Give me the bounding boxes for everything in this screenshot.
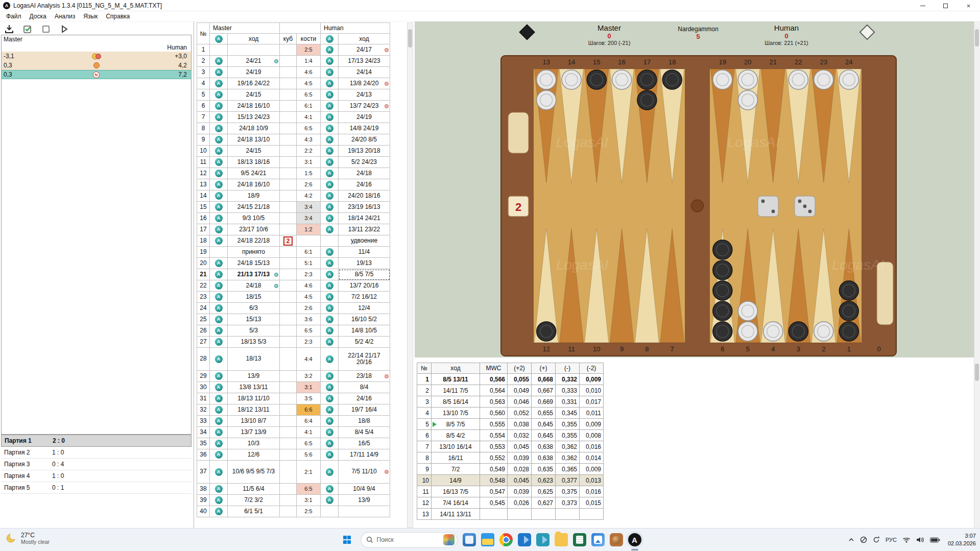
move-row[interactable]: 40А6/1 5/12:5 [197, 506, 390, 517]
analysis-move[interactable]: 14/9 [432, 475, 480, 486]
move-row[interactable]: 5А24/156:5А24/13 [197, 89, 390, 101]
move-row[interactable]: 8А24/18 10/96:5А14/8 24/19 [197, 123, 390, 134]
analysis-icon[interactable]: А [215, 406, 223, 414]
move-row[interactable]: 23А18/154:5А7/2 16/12 [197, 292, 390, 303]
master-move[interactable]: 15/13 [228, 314, 280, 325]
analysis-row[interactable]: 214/11 7/50,5640,0490,6670,3330,010 [417, 385, 604, 396]
checker-white[interactable] [612, 70, 632, 89]
analysis-row[interactable]: 413/10 7/50,5600,0520,6550,3450,011 [417, 408, 604, 419]
checker-black[interactable] [839, 281, 858, 300]
analysis-icon[interactable]: А [326, 384, 333, 391]
master-move[interactable]: 18/13 [228, 348, 280, 371]
master-move[interactable]: 24/19 [228, 67, 280, 78]
game-icon[interactable] [610, 533, 623, 546]
checker-black[interactable] [713, 240, 732, 259]
human-move[interactable]: 8/4 5/4 [339, 427, 390, 438]
human-move[interactable]: 8/5 7/5 [339, 269, 390, 280]
master-move[interactable]: 24/18 13/10 [228, 134, 280, 146]
master-move[interactable]: принято [228, 247, 280, 258]
analysis-row[interactable]: 816/110,5520,0390,6380,3620,014 [417, 452, 604, 464]
analysis-row[interactable]: 38/5 16/140,5630,0460,6690,3310,017 [417, 396, 604, 408]
master-move[interactable]: 24/18 22/18 [228, 235, 280, 247]
checker-black[interactable] [637, 90, 657, 110]
move-row[interactable]: 14А18/94:2А24/20 18/16 [197, 190, 390, 202]
human-move[interactable]: 24/14 [339, 67, 390, 78]
chrome-icon[interactable] [499, 533, 513, 546]
analysis-icon[interactable]: А [326, 68, 333, 76]
analysis-icon[interactable]: А [326, 355, 333, 363]
analysis-icon[interactable]: А [215, 91, 223, 99]
human-move[interactable]: 24/18 [339, 168, 390, 179]
move-row[interactable]: 28А18/134:4А22/14 21/17 20/16 [197, 348, 390, 371]
move-row[interactable]: 21А21/13 17/132:3А8/5 7/5 [197, 269, 390, 280]
move-row[interactable]: 19принято6:1А11/4 [197, 247, 390, 258]
analysis-icon[interactable]: А [326, 282, 333, 290]
master-move[interactable]: 7/2 3/2 [228, 495, 280, 506]
human-move[interactable]: 19/13 20/18 [339, 146, 390, 157]
analysis-icon[interactable]: А [215, 355, 223, 363]
analysis-icon[interactable]: А [215, 203, 223, 211]
move-row[interactable]: 17А23/17 10/61:2А13/11 23/22 [197, 224, 390, 235]
human-move[interactable]: 14/8 10/5 [339, 325, 390, 337]
master-move[interactable]: 5/3 [228, 325, 280, 337]
move-row[interactable]: 29А13/93:2А23/18 [197, 371, 390, 382]
move-row[interactable]: 32А18/12 13/116:6А19/7 16/4 [197, 404, 390, 416]
hidden-icons-chevron-icon[interactable] [848, 537, 854, 542]
analysis-move[interactable]: 8/5 4/2 [432, 430, 480, 441]
analysis-icon[interactable]: А [326, 372, 333, 380]
analysis-icon[interactable]: А [326, 428, 333, 436]
excel-icon[interactable] [573, 533, 586, 546]
analysis-row[interactable]: 97/20,5490,0280,6350,3650,009 [417, 464, 604, 475]
master-move[interactable]: 13/8 13/11 [228, 382, 280, 393]
move-row[interactable]: 38А11/5 6/46:5А10/4 9/4 [197, 484, 390, 495]
analysis-icon[interactable]: А [215, 508, 223, 515]
vscode-insiders-icon[interactable] [536, 533, 549, 546]
master-move[interactable]: 24/15 [228, 89, 280, 101]
master-move[interactable]: 18/13 11/10 [228, 393, 280, 404]
analysis-icon[interactable]: А [215, 214, 223, 222]
analyze-button[interactable] [20, 23, 35, 35]
human-move[interactable]: 18/8 [339, 416, 390, 427]
human-move[interactable]: 5/2 4/2 [339, 337, 390, 348]
move-row[interactable]: 11А18/13 18/163:1А5/2 24/23 [197, 157, 390, 168]
move-row[interactable]: 13А24/18 16/102:6А24/16 [197, 179, 390, 190]
human-move[interactable]: 24/16 [339, 393, 390, 404]
minimize-button[interactable] [911, 0, 934, 11]
move-row[interactable]: 31А18/13 11/103:5А24/16 [197, 393, 390, 404]
human-move[interactable]: 14/8 24/19 [339, 123, 390, 134]
analysis-icon[interactable]: А [215, 293, 223, 301]
analysis-icon[interactable]: А [215, 102, 223, 110]
master-move[interactable]: 24/18 15/13 [228, 258, 280, 269]
checker-black[interactable] [839, 322, 858, 341]
human-move[interactable]: 17/11 14/9 [339, 449, 390, 461]
right-scrollbar[interactable] [974, 21, 980, 528]
clock[interactable]: 3:07 02.03.2026 [948, 532, 976, 547]
analysis-icon[interactable]: А [215, 395, 223, 402]
analysis-icon[interactable]: А [326, 485, 333, 493]
checker-white[interactable] [738, 301, 757, 321]
analysis-icon[interactable]: А [326, 170, 333, 177]
checker-white[interactable] [537, 90, 556, 110]
analysis-icon[interactable]: А [215, 57, 223, 65]
move-row[interactable]: 16А9/3 10/53:4А18/14 24/21 [197, 213, 390, 224]
human-move[interactable]: 18/14 24/21 [339, 213, 390, 224]
move-row[interactable]: 3А24/194:6А24/14 [197, 67, 390, 78]
analysis-move[interactable]: 8/5 7/5 [432, 419, 480, 430]
analysis-icon[interactable]: А [326, 451, 333, 459]
analysis-icon[interactable]: А [326, 102, 333, 110]
analysis-icon[interactable]: А [326, 192, 333, 200]
move-row[interactable]: 36А12/65:6А17/11 14/9 [197, 449, 390, 461]
analysis-icon[interactable]: А [215, 158, 223, 166]
analysis-move[interactable]: 13/10 16/14 [432, 441, 480, 452]
checker-black[interactable] [788, 322, 808, 341]
analysis-icon[interactable]: А [215, 80, 223, 87]
analysis-icon[interactable]: А [215, 428, 223, 436]
analysis-icon[interactable]: А [215, 237, 223, 245]
analysis-icon[interactable]: А [326, 327, 333, 334]
master-move[interactable]: 18/12 13/11 [228, 404, 280, 416]
analysis-icon[interactable]: А [215, 327, 223, 334]
human-move[interactable]: 13/11 23/22 [339, 224, 390, 235]
game-header[interactable]: Партия 12 : 0 [1, 435, 192, 447]
analysis-icon[interactable]: А [326, 259, 333, 267]
analysis-icon[interactable]: А [326, 271, 333, 278]
